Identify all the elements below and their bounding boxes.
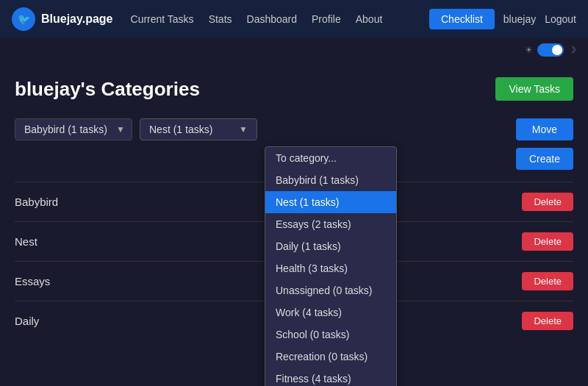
nav-current-tasks[interactable]: Current Tasks (131, 10, 194, 28)
delete-button-2[interactable]: Delete (522, 272, 573, 290)
nav-dashboard[interactable]: Dashboard (247, 10, 298, 28)
username-label: bluejay (503, 13, 536, 25)
source-select-wrapper: Babybird (1 tasks) ▼ (15, 118, 132, 140)
brand-bird-icon: 🐦 (18, 13, 30, 25)
logout-link[interactable]: Logout (545, 13, 576, 25)
navbar: 🐦 Bluejay.page Current Tasks Stats Dashb… (0, 0, 588, 37)
dest-select-arrow: ▼ (239, 124, 248, 135)
nav-stats[interactable]: Stats (209, 10, 232, 28)
category-name-1: Nest (15, 235, 37, 248)
dest-select-wrapper: Nest (1 tasks) ▼ To category... Babybird… (140, 118, 257, 140)
dest-select-display[interactable]: Nest (1 tasks) ▼ (140, 118, 257, 140)
nav-profile[interactable]: Profile (312, 10, 341, 28)
toggle-knob (552, 45, 562, 55)
source-select[interactable]: Babybird (1 tasks) (15, 118, 132, 140)
checklist-button[interactable]: Checklist (429, 9, 495, 29)
dropdown-item-9[interactable]: Recreation (0 tasks) (265, 346, 396, 368)
brand-name: Bluejay.page (41, 12, 113, 26)
view-tasks-button[interactable]: View Tasks (495, 77, 573, 101)
dropdown-item-8[interactable]: School (0 tasks) (265, 324, 396, 346)
moon-icon: ☽ (568, 45, 576, 55)
category-name-0: Babybird (15, 196, 58, 208)
create-button[interactable]: Create (516, 148, 573, 170)
sun-icon: ☀ (525, 45, 533, 55)
dropdown-item-3[interactable]: Essays (2 tasks) (265, 213, 396, 235)
brand-icon: 🐦 (12, 7, 35, 31)
dropdown-item-6[interactable]: Unassigned (0 tasks) (265, 279, 396, 301)
page-header: bluejay's Categories View Tasks (15, 77, 573, 101)
delete-button-1[interactable]: Delete (522, 232, 573, 251)
delete-button-0[interactable]: Delete (522, 193, 573, 211)
dest-dropdown-menu: To category... Babybird (1 tasks) Nest (… (265, 146, 397, 386)
delete-button-3[interactable]: Delete (522, 312, 573, 330)
nav-about[interactable]: About (356, 10, 383, 28)
dest-select-value: Nest (1 tasks) (149, 124, 239, 135)
dropdown-item-10[interactable]: Fitness (4 tasks) (265, 368, 396, 386)
brand: 🐦 Bluejay.page (12, 7, 113, 31)
theme-toggle[interactable] (537, 43, 564, 57)
dropdown-item-1[interactable]: Babybird (1 tasks) (265, 169, 396, 191)
dropdown-item-4[interactable]: Daily (1 tasks) (265, 235, 396, 257)
main-content: bluejay's Categories View Tasks Babybird… (0, 62, 588, 340)
page-title: bluejay's Categories (15, 78, 200, 101)
dropdown-item-2[interactable]: Nest (1 tasks) (265, 191, 396, 213)
move-button[interactable]: Move (516, 118, 573, 140)
dropdown-item-7[interactable]: Work (4 tasks) (265, 301, 396, 324)
nav-right: Checklist bluejay Logout (429, 9, 576, 29)
category-name-3: Daily (15, 315, 39, 327)
dropdown-item-5[interactable]: Health (3 tasks) (265, 257, 396, 279)
dropdown-item-0[interactable]: To category... (265, 147, 396, 169)
theme-row: ☀ ☽ (0, 37, 588, 62)
nav-links: Current Tasks Stats Dashboard Profile Ab… (131, 10, 429, 28)
category-name-2: Essays (15, 275, 50, 287)
